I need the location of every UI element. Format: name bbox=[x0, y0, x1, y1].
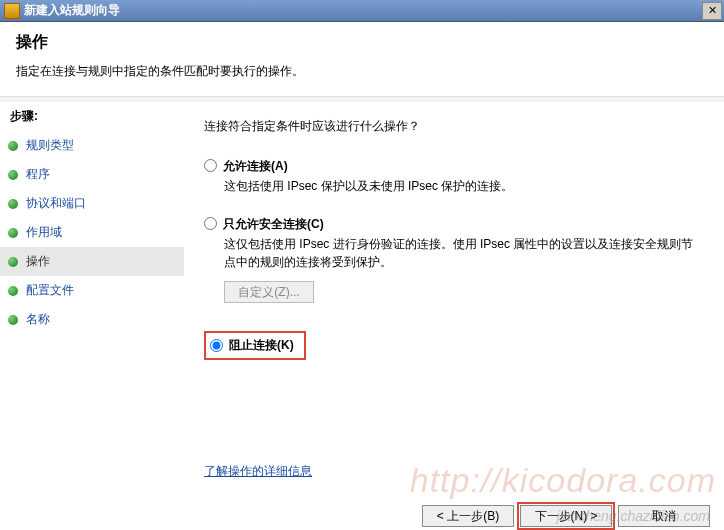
app-icon bbox=[4, 3, 20, 19]
step-rule-type[interactable]: 规则类型 bbox=[0, 131, 184, 160]
customize-button: 自定义(Z)... bbox=[224, 281, 314, 303]
bullet-icon bbox=[8, 170, 18, 180]
close-button[interactable]: ✕ bbox=[702, 2, 722, 20]
radio-allow[interactable] bbox=[204, 159, 217, 172]
steps-label: 步骤: bbox=[0, 106, 184, 131]
option-secure-row[interactable]: 只允许安全连接(C) bbox=[204, 215, 704, 233]
step-label: 协议和端口 bbox=[26, 195, 86, 212]
bullet-icon bbox=[8, 257, 18, 267]
next-button[interactable]: 下一步(N) > bbox=[520, 505, 612, 527]
step-scope[interactable]: 作用域 bbox=[0, 218, 184, 247]
page-title: 操作 bbox=[16, 32, 708, 53]
step-label: 操作 bbox=[26, 253, 50, 270]
option-secure-label: 只允许安全连接(C) bbox=[223, 216, 324, 233]
page-subtitle: 指定在连接与规则中指定的条件匹配时要执行的操作。 bbox=[16, 63, 708, 80]
bullet-icon bbox=[8, 286, 18, 296]
window-title: 新建入站规则向导 bbox=[24, 2, 702, 19]
option-allow: 允许连接(A) 这包括使用 IPsec 保护以及未使用 IPsec 保护的连接。 bbox=[204, 157, 704, 205]
wizard-footer: < 上一步(B) 下一步(N) > 取消 bbox=[0, 500, 724, 530]
option-block[interactable]: 阻止连接(K) bbox=[204, 331, 306, 360]
learn-more-link[interactable]: 了解操作的详细信息 bbox=[204, 463, 704, 480]
cancel-button[interactable]: 取消 bbox=[618, 505, 710, 527]
step-label: 规则类型 bbox=[26, 137, 74, 154]
titlebar: 新建入站规则向导 ✕ bbox=[0, 0, 724, 22]
wizard-header: 操作 指定在连接与规则中指定的条件匹配时要执行的操作。 bbox=[0, 22, 724, 96]
step-label: 名称 bbox=[26, 311, 50, 328]
option-allow-desc: 这包括使用 IPsec 保护以及未使用 IPsec 保护的连接。 bbox=[224, 177, 704, 195]
step-label: 配置文件 bbox=[26, 282, 74, 299]
bullet-icon bbox=[8, 199, 18, 209]
step-label: 程序 bbox=[26, 166, 50, 183]
bullet-icon bbox=[8, 315, 18, 325]
step-action[interactable]: 操作 bbox=[0, 247, 184, 276]
wizard-body: 步骤: 规则类型 程序 协议和端口 作用域 操作 配置文件 名称 bbox=[0, 102, 724, 500]
steps-sidebar: 步骤: 规则类型 程序 协议和端口 作用域 操作 配置文件 名称 bbox=[0, 102, 184, 500]
step-program[interactable]: 程序 bbox=[0, 160, 184, 189]
option-secure: 只允许安全连接(C) 这仅包括使用 IPsec 进行身份验证的连接。使用 IPs… bbox=[204, 215, 704, 303]
option-block-label: 阻止连接(K) bbox=[229, 337, 294, 354]
option-allow-label: 允许连接(A) bbox=[223, 158, 288, 175]
radio-block[interactable] bbox=[210, 339, 223, 352]
option-secure-desc: 这仅包括使用 IPsec 进行身份验证的连接。使用 IPsec 属性中的设置以及… bbox=[224, 235, 704, 271]
back-button[interactable]: < 上一步(B) bbox=[422, 505, 514, 527]
step-protocol[interactable]: 协议和端口 bbox=[0, 189, 184, 218]
step-name[interactable]: 名称 bbox=[0, 305, 184, 334]
radio-secure[interactable] bbox=[204, 217, 217, 230]
step-profile[interactable]: 配置文件 bbox=[0, 276, 184, 305]
bullet-icon bbox=[8, 228, 18, 238]
content-area: 连接符合指定条件时应该进行什么操作？ 允许连接(A) 这包括使用 IPsec 保… bbox=[184, 102, 724, 500]
step-label: 作用域 bbox=[26, 224, 62, 241]
option-allow-row[interactable]: 允许连接(A) bbox=[204, 157, 704, 175]
bullet-icon bbox=[8, 141, 18, 151]
content-prompt: 连接符合指定条件时应该进行什么操作？ bbox=[204, 118, 704, 135]
